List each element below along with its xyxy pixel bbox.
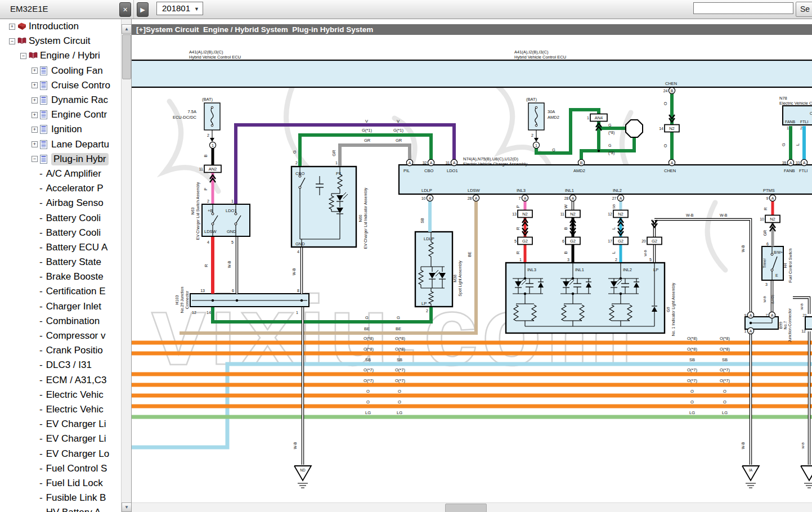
expand-icon[interactable]: + <box>9 24 15 30</box>
tree-item-label[interactable]: Dynamic Rac <box>51 95 108 106</box>
expand-icon[interactable]: + <box>32 68 38 74</box>
tree-item-combination[interactable]: -Combination <box>0 314 121 329</box>
tree-item-label[interactable]: Battery ECU A <box>46 242 108 253</box>
expand-icon[interactable]: + <box>32 141 38 147</box>
collapse-icon[interactable]: − <box>32 156 38 162</box>
tree-item-label[interactable]: Engine Contr <box>51 109 107 120</box>
tree-item-accelerator-p[interactable]: -Accelerator P <box>0 181 121 196</box>
tree-item-crank-positio[interactable]: -Crank Positio <box>0 343 121 358</box>
tree-item-system-circuit[interactable]: −System Circuit <box>0 34 121 48</box>
tree-item-label[interactable]: Battery State <box>46 257 101 268</box>
tree-item-label[interactable]: Cruise Contro <box>51 80 110 91</box>
search-button[interactable]: Se <box>796 2 812 17</box>
tree-item-label[interactable]: Lane Departu <box>51 139 109 150</box>
tree-item-label[interactable]: EV Charger Li <box>46 419 106 430</box>
version-dropdown[interactable]: 201801 ▼ <box>156 2 203 15</box>
expand-icon[interactable]: + <box>32 127 38 133</box>
tree-item-label[interactable]: DLC3 / I31 <box>46 360 92 371</box>
tree-item-engine-contr[interactable]: +Engine Contr <box>0 107 121 122</box>
tree-item-label[interactable]: HV Battery A <box>46 507 101 512</box>
tree-item-label[interactable]: Battery Cooli <box>46 213 101 224</box>
tree-item-label[interactable]: Brake Booste <box>46 271 104 282</box>
tree-item-label[interactable]: EV Charger Li <box>46 433 106 444</box>
tree-item-label[interactable]: Ignition <box>51 124 82 135</box>
tree-item-label[interactable]: EV Charger Lo <box>46 448 109 460</box>
tree-scrollbar-thumb[interactable] <box>122 34 131 79</box>
tree-item-plug-in-hybr[interactable]: −Plug-in Hybr <box>0 152 121 167</box>
tree-item-label[interactable]: Crank Positio <box>46 345 103 356</box>
tree-item-battery-state[interactable]: -Battery State <box>0 255 121 270</box>
tree-item-compressor-v[interactable]: -Compressor v <box>0 329 121 343</box>
tree-item-battery-cooli[interactable]: -Battery Cooli <box>0 226 121 240</box>
tree-item-label[interactable]: Compressor v <box>46 330 106 342</box>
horizontal-scrollbar[interactable] <box>132 502 812 512</box>
tree-item-charger-inlet[interactable]: -Charger Inlet <box>0 299 121 314</box>
tree-item-label[interactable]: Charger Inlet <box>46 301 101 312</box>
diagram-label: O(*8) <box>364 336 374 341</box>
tree-item-dynamic-rac[interactable]: +Dynamic Rac <box>0 93 121 107</box>
breadcrumb-text: [+]System Circuit Engine / Hybrid System… <box>132 24 812 35</box>
tree-item-certification-e[interactable]: -Certification E <box>0 284 121 299</box>
tree-item-hv-battery-a[interactable]: -HV Battery A <box>0 505 121 512</box>
tree-item-label[interactable]: Airbag Senso <box>46 197 104 209</box>
diagram-label: W-B <box>644 250 647 257</box>
tree-item-ecm-a31-c3[interactable]: -ECM / A31,C3 <box>0 373 121 388</box>
tree-item-electric-vehic[interactable]: -Electric Vehic <box>0 388 121 402</box>
switch <box>299 186 301 188</box>
tree-item-ev-charger-li[interactable]: -EV Charger Li <box>0 432 121 446</box>
tree-item-label[interactable]: Fuel Lid Lock <box>46 478 103 489</box>
collapse-icon[interactable]: − <box>20 53 26 59</box>
tree-item-label[interactable]: Electric Vehic <box>46 389 104 401</box>
tree-item-label[interactable]: Combination <box>46 316 100 327</box>
tree-item-electric-vehic[interactable]: -Electric Vehic <box>0 402 121 417</box>
tree-scrollbar[interactable]: ▲ ▼ <box>121 19 131 512</box>
tree-item-label[interactable]: Battery Cooli <box>46 227 101 239</box>
tree-item-label[interactable]: Fusible Link B <box>46 492 106 504</box>
search-input[interactable] <box>693 2 793 14</box>
tree-item-ev-charger-lo[interactable]: -EV Charger Lo <box>0 446 121 461</box>
tree-item-introduction[interactable]: +Introduction <box>0 19 121 34</box>
tree-item-battery-cooli[interactable]: -Battery Cooli <box>0 210 121 225</box>
tree-item-label[interactable]: Certification E <box>46 286 106 297</box>
tree-item-label[interactable]: System Circuit <box>29 35 91 47</box>
tree-item-cruise-contro[interactable]: +Cruise Contro <box>0 78 121 93</box>
tree-item-fusible-link-b[interactable]: -Fusible Link B <box>0 491 121 505</box>
tree-item-dlc3-i31[interactable]: -DLC3 / I31 <box>0 358 121 372</box>
tree-item-label[interactable]: Fuel Control S <box>46 463 107 474</box>
diagram-label: O <box>366 389 370 394</box>
play-icon[interactable]: ▶ <box>137 2 149 17</box>
diagram-label: INL3 <box>527 267 536 272</box>
tree-item-label[interactable]: Accelerator P <box>46 183 104 194</box>
expand-icon[interactable]: + <box>32 112 38 118</box>
scroll-up-icon[interactable]: ▲ <box>122 24 132 34</box>
switch <box>771 253 773 255</box>
tree-dash: - <box>39 197 43 209</box>
expand-icon[interactable]: + <box>32 97 38 104</box>
tree-item-ev-charger-li[interactable]: -EV Charger Li <box>0 417 121 432</box>
tree-item-label[interactable]: Introduction <box>29 21 79 32</box>
tree-item-label[interactable]: Electric Vehic <box>46 404 104 415</box>
switch <box>771 269 773 271</box>
tree-item-lane-departu[interactable]: +Lane Departu <box>0 137 121 152</box>
tree-item-engine-hybri[interactable]: −Engine / Hybri <box>0 48 121 63</box>
tree-item-ignition[interactable]: +Ignition <box>0 122 121 137</box>
tree-item-fuel-lid-lock[interactable]: -Fuel Lid Lock <box>0 476 121 491</box>
tree-item-brake-booste[interactable]: -Brake Booste <box>0 270 121 284</box>
close-button[interactable]: × <box>119 2 131 17</box>
tree-item-label[interactable]: Cooling Fan <box>51 65 103 77</box>
tree-item-cooling-fan[interactable]: +Cooling Fan <box>0 64 121 78</box>
tree-item-airbag-senso[interactable]: -Airbag Senso <box>0 196 121 210</box>
tree-item-label[interactable]: Plug-in Hybr <box>51 153 109 165</box>
collapse-icon[interactable]: − <box>9 38 15 44</box>
scroll-down-icon[interactable]: ▼ <box>122 502 132 512</box>
diagram-label: Hybrid Vehicle Control ECU <box>189 55 241 60</box>
tree-item-label[interactable]: A/C Amplifier <box>46 168 101 179</box>
horizontal-scrollbar-thumb[interactable] <box>445 504 487 512</box>
diagram-label: Fuel Control Switch <box>788 249 792 283</box>
tree-item-label[interactable]: ECM / A31,C3 <box>46 375 107 386</box>
tree-item-fuel-control-s[interactable]: -Fuel Control S <box>0 461 121 476</box>
tree-item-label[interactable]: Engine / Hybri <box>40 50 100 61</box>
expand-icon[interactable]: + <box>32 82 38 88</box>
tree-item-battery-ecu-a[interactable]: -Battery ECU A <box>0 240 121 255</box>
tree-item-a-c-amplifier[interactable]: -A/C Amplifier <box>0 167 121 181</box>
